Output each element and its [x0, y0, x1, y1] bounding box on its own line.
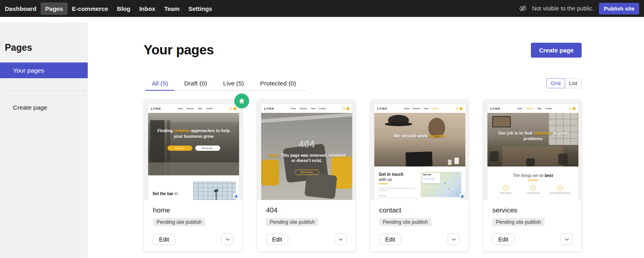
twitter-icon	[347, 107, 349, 110]
status-badge: Pending site publish	[266, 218, 318, 226]
edit-button[interactable]: Edit	[153, 234, 175, 245]
status-badge: Pending site publish	[492, 218, 545, 226]
preview-site-header: LYNX Home Services Team Contact	[148, 104, 239, 113]
page-card-services: LYNX Home Services Team Contact	[483, 100, 582, 252]
recaptcha-badge	[233, 194, 238, 199]
preview-input	[379, 198, 417, 200]
nav-pages[interactable]: Pages	[41, 2, 67, 15]
tabs: All (5) Draft (0) Live (5) Protected (0)	[144, 77, 307, 91]
tab-protected[interactable]: Protected (0)	[252, 77, 304, 90]
page-card-404: LYNX Home Services Team Contact	[257, 100, 356, 252]
app-window: Dashboard Pages E-commerce Blog Inbox Te…	[0, 0, 644, 258]
nav-blog[interactable]: Blog	[113, 2, 135, 15]
grid-view-button[interactable]: Grid	[546, 78, 565, 88]
page-thumbnail[interactable]: LYNX Home Services Team Contact	[370, 100, 469, 200]
preview-hero: We should work together	[374, 113, 465, 166]
check-icon: ✓	[530, 185, 536, 190]
nav-team[interactable]: Team	[160, 2, 184, 15]
page-thumbnail[interactable]: LYNX Home Services Team Contact	[144, 100, 242, 200]
facebook-icon	[229, 107, 232, 110]
tab-draft[interactable]: Draft (0)	[176, 77, 215, 90]
twitter-icon	[573, 107, 576, 110]
status-badge: Pending site publish	[379, 218, 431, 226]
status-badge: Pending site publish	[153, 218, 205, 226]
nav-ecommerce[interactable]: E-commerce	[68, 2, 113, 15]
page-thumbnail[interactable]: LYNX Home Services Team Contact	[483, 100, 582, 200]
sidebar-create-page[interactable]: Create page	[13, 104, 88, 111]
visibility-status-text: Not visible to the public.	[532, 5, 594, 12]
nav-settings[interactable]: Settings	[184, 2, 217, 15]
map-pin	[444, 182, 446, 184]
list-view-button[interactable]: List	[565, 78, 582, 88]
page-name: services	[492, 206, 573, 214]
chevron-down-icon	[564, 237, 570, 242]
facebook-icon	[456, 107, 458, 110]
sidebar-divider	[5, 90, 88, 91]
page-card-home: LYNX Home Services Team Contact	[144, 100, 243, 252]
page-name: home	[153, 206, 233, 214]
publish-site-button[interactable]: Publish site	[599, 3, 639, 15]
nav-dashboard[interactable]: Dashboard	[0, 2, 41, 15]
view-toggle: Grid List	[546, 78, 582, 88]
tab-live[interactable]: Live (5)	[215, 77, 252, 90]
chevron-down-icon	[225, 237, 230, 242]
map-pin	[447, 188, 449, 190]
topbar-right: Not visible to the public. Publish site	[519, 3, 639, 15]
page-title: Your pages	[144, 42, 214, 58]
recaptcha-badge	[459, 194, 464, 199]
check-icon: ✓	[503, 185, 508, 190]
top-nav: Dashboard Pages E-commerce Blog Inbox Te…	[0, 2, 217, 15]
page-card-contact: LYNX Home Services Team Contact	[370, 100, 469, 252]
edit-button[interactable]: Edit	[492, 234, 514, 245]
homepage-badge	[234, 94, 249, 108]
home-icon	[238, 98, 245, 104]
sidebar-item-your-pages[interactable]: Your pages	[0, 62, 88, 78]
topbar: Dashboard Pages E-commerce Blog Inbox Te…	[0, 0, 644, 17]
card-menu-button[interactable]	[334, 233, 347, 245]
check-icon: ✓	[557, 185, 563, 190]
preview-brand: LYNX	[151, 107, 161, 110]
twitter-icon	[233, 107, 236, 110]
edit-button[interactable]: Edit	[379, 234, 401, 245]
visibility-off-icon	[519, 4, 527, 12]
tabs-row: All (5) Draft (0) Live (5) Protected (0)…	[144, 77, 582, 91]
chevron-down-icon	[338, 237, 343, 242]
chevron-down-icon	[451, 237, 456, 242]
card-menu-button[interactable]	[221, 233, 233, 245]
preview-hero: 404 Oops! This page was removed, renamed…	[261, 113, 352, 200]
page-cards-grid: LYNX Home Services Team Contact	[144, 100, 582, 252]
preview-hero: Finding creative approaches to help your…	[148, 113, 239, 175]
tab-all[interactable]: All (5)	[144, 77, 176, 90]
main-area: Your pages Create page All (5) Draft (0)…	[88, 17, 644, 258]
nav-inbox[interactable]: Inbox	[135, 2, 160, 15]
create-page-button[interactable]: Create page	[531, 43, 582, 58]
twitter-icon	[460, 107, 462, 110]
card-menu-button[interactable]	[448, 233, 460, 245]
page-name: 404	[266, 206, 347, 214]
page-name: contact	[379, 206, 460, 214]
edit-button[interactable]: Edit	[266, 234, 288, 245]
facebook-icon	[343, 107, 345, 110]
main-header: Your pages Create page	[144, 42, 582, 58]
facebook-icon	[569, 107, 572, 110]
page-thumbnail[interactable]: LYNX Home Services Team Contact	[257, 100, 355, 200]
card-menu-button[interactable]	[561, 233, 573, 245]
preview-hero: Our job is to find solutions to your pro…	[487, 113, 578, 166]
sidebar: Pages Your pages Create page	[0, 22, 88, 258]
sidebar-title: Pages	[5, 42, 88, 53]
map-preview: New York View larger map	[421, 172, 461, 197]
